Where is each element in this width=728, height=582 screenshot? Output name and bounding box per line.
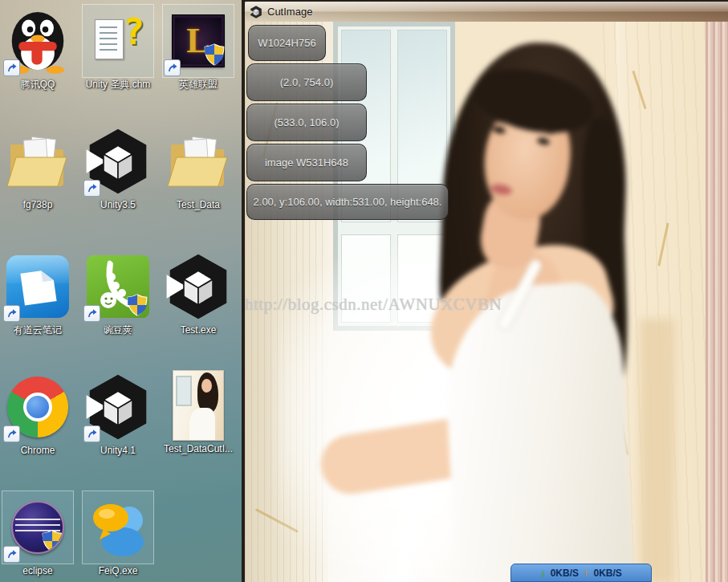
desktop-icon-youdao[interactable]: 有道云笔记 — [0, 250, 75, 336]
eclipse-icon — [2, 491, 73, 564]
cutimage-window: CutImage — [242, 0, 728, 582]
shortcut-arrow-icon — [3, 425, 20, 442]
network-speed-gadget[interactable]: ↓ 0KB/S ↑ 0KB/S — [510, 564, 652, 582]
unity-logo-icon — [83, 371, 153, 443]
uac-shield-icon — [42, 530, 63, 552]
white-tank-top — [441, 280, 635, 582]
desktop: 腾讯QQ ? Unity 圣典.chm L 英雄联盟 — [0, 0, 728, 582]
desktop-icon-feiq[interactable]: FeiQ.exe — [80, 491, 156, 576]
desktop-icon-test-datacuti[interactable]: Test_DataCutI... — [161, 369, 236, 454]
image-size-button[interactable]: image W531H648 — [246, 144, 367, 181]
crop-rect-button[interactable]: 2.00, y:106.00, width:531.00, height:648… — [246, 184, 449, 220]
desktop-icon-unity35[interactable]: Unity3.5 — [80, 125, 156, 210]
icon-label: 英雄联盟 — [161, 79, 236, 90]
icon-label: Unity 圣典.chm — [80, 79, 156, 90]
desktop-icon-unity41[interactable]: Unity4.1 — [80, 371, 156, 456]
league-of-legends-icon: L — [163, 5, 234, 77]
desktop-icon-eclipse[interactable]: eclipse — [0, 491, 75, 576]
icon-label: eclipse — [0, 565, 75, 576]
shortcut-arrow-icon — [164, 59, 181, 76]
shortcut-arrow-icon — [83, 425, 100, 442]
desktop-icon-test-exe[interactable]: Test.exe — [161, 250, 236, 336]
shortcut-arrow-icon — [83, 305, 100, 322]
icon-label: Test_DataCutI... — [161, 443, 236, 454]
desktop-icon-lol[interactable]: L 英雄联盟 — [161, 5, 236, 90]
point1-button[interactable]: (2.0, 754.0) — [246, 63, 367, 101]
desktop-icon-qq[interactable]: 腾讯QQ — [0, 5, 75, 90]
qq-penguin-icon — [2, 5, 73, 77]
upload-speed: 0KB/S — [594, 568, 622, 579]
icon-label: Test.exe — [161, 324, 236, 336]
point2-button[interactable]: (533.0, 106.0) — [246, 104, 367, 141]
chm-help-file-icon: ? — [83, 5, 153, 77]
unity-logo-icon — [163, 250, 234, 323]
youdao-note-icon — [2, 250, 73, 323]
wandoujia-icon — [83, 250, 153, 323]
folder-icon — [2, 125, 73, 197]
icon-label: fg738p — [0, 199, 75, 210]
unity-logo-icon — [83, 125, 153, 197]
unity-app-icon — [250, 6, 262, 18]
desktop-icon-unity-chm[interactable]: ? Unity 圣典.chm — [80, 5, 156, 90]
icon-label: FeiQ.exe — [80, 565, 156, 576]
shortcut-arrow-icon — [3, 59, 20, 76]
download-speed: 0KB/S — [551, 568, 579, 579]
download-arrow-icon: ↓ — [540, 568, 546, 578]
upload-arrow-icon: ↑ — [584, 568, 589, 578]
icon-label: 豌豆荚 — [80, 324, 156, 336]
csdn-watermark: http://blog.csdn.net/AWNUXCVBN — [245, 295, 502, 315]
icon-label: Unity4.1 — [80, 445, 156, 456]
shortcut-arrow-icon — [3, 546, 20, 563]
size-button[interactable]: W1024H756 — [248, 25, 326, 61]
feiq-messenger-icon — [83, 491, 153, 564]
uac-shield-icon — [204, 43, 225, 66]
image-thumbnail-icon — [163, 369, 234, 442]
icon-label: Test_Data — [161, 199, 236, 210]
desktop-icon-chrome[interactable]: Chrome — [0, 371, 75, 456]
uac-shield-icon — [127, 294, 148, 316]
shortcut-arrow-icon — [83, 180, 100, 197]
window-titlebar[interactable]: CutImage — [245, 2, 728, 22]
icon-label: 有道云笔记 — [0, 324, 75, 336]
shortcut-arrow-icon — [3, 305, 20, 322]
desktop-icon-test-data[interactable]: Test_Data — [161, 125, 236, 210]
icon-label: Unity3.5 — [80, 199, 156, 210]
photo-canvas: http://blog.csdn.net/AWNUXCVBN W1024H756… — [245, 22, 728, 582]
desktop-icon-fg738p[interactable]: fg738p — [0, 125, 75, 210]
desktop-icon-wandoujia[interactable]: 豌豆荚 — [80, 250, 156, 336]
window-title: CutImage — [267, 6, 312, 18]
icon-label: Chrome — [0, 445, 75, 456]
folder-icon — [163, 125, 234, 197]
icon-label: 腾讯QQ — [0, 79, 75, 90]
chrome-icon — [2, 371, 73, 443]
